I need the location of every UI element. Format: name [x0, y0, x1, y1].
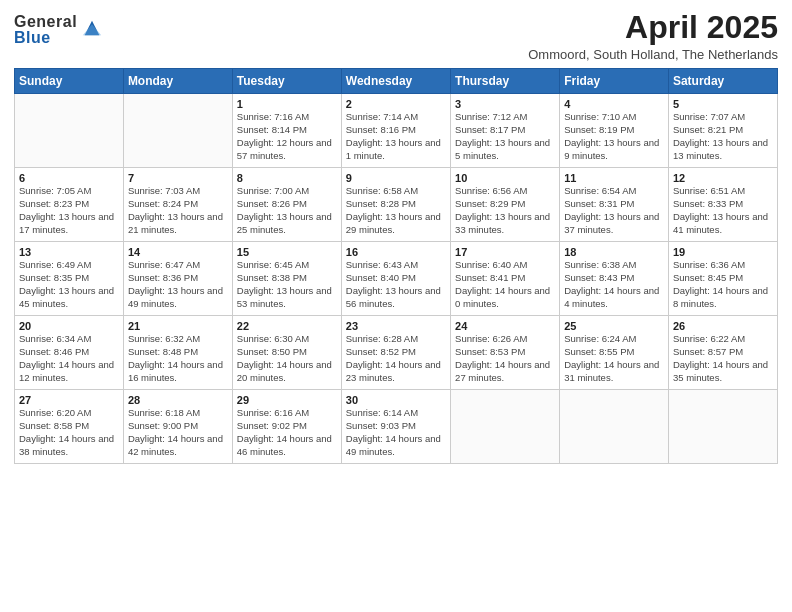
- calendar-cell: 25Sunrise: 6:24 AMSunset: 8:55 PMDayligh…: [560, 316, 669, 390]
- day-number: 6: [19, 172, 119, 184]
- day-info: Sunrise: 7:12 AMSunset: 8:17 PMDaylight:…: [455, 111, 555, 162]
- calendar-cell: 4Sunrise: 7:10 AMSunset: 8:19 PMDaylight…: [560, 94, 669, 168]
- day-info: Sunrise: 6:16 AMSunset: 9:02 PMDaylight:…: [237, 407, 337, 458]
- calendar-cell: 17Sunrise: 6:40 AMSunset: 8:41 PMDayligh…: [451, 242, 560, 316]
- calendar-cell: 9Sunrise: 6:58 AMSunset: 8:28 PMDaylight…: [341, 168, 450, 242]
- day-number: 19: [673, 246, 773, 258]
- day-number: 4: [564, 98, 664, 110]
- calendar-cell: [560, 390, 669, 464]
- logo-text: General Blue: [14, 14, 77, 46]
- day-info: Sunrise: 6:14 AMSunset: 9:03 PMDaylight:…: [346, 407, 446, 458]
- day-info: Sunrise: 6:18 AMSunset: 9:00 PMDaylight:…: [128, 407, 228, 458]
- day-number: 7: [128, 172, 228, 184]
- calendar-cell: 18Sunrise: 6:38 AMSunset: 8:43 PMDayligh…: [560, 242, 669, 316]
- calendar-cell: 28Sunrise: 6:18 AMSunset: 9:00 PMDayligh…: [123, 390, 232, 464]
- day-info: Sunrise: 6:36 AMSunset: 8:45 PMDaylight:…: [673, 259, 773, 310]
- calendar-header-sunday: Sunday: [15, 69, 124, 94]
- day-number: 8: [237, 172, 337, 184]
- day-info: Sunrise: 7:16 AMSunset: 8:14 PMDaylight:…: [237, 111, 337, 162]
- day-number: 24: [455, 320, 555, 332]
- day-number: 17: [455, 246, 555, 258]
- calendar-cell: 15Sunrise: 6:45 AMSunset: 8:38 PMDayligh…: [232, 242, 341, 316]
- header: General Blue April 2025 Ommoord, South H…: [14, 10, 778, 62]
- day-info: Sunrise: 6:24 AMSunset: 8:55 PMDaylight:…: [564, 333, 664, 384]
- day-info: Sunrise: 6:56 AMSunset: 8:29 PMDaylight:…: [455, 185, 555, 236]
- day-info: Sunrise: 6:45 AMSunset: 8:38 PMDaylight:…: [237, 259, 337, 310]
- calendar-cell: [15, 94, 124, 168]
- calendar-cell: [451, 390, 560, 464]
- main-title: April 2025: [528, 10, 778, 45]
- day-number: 28: [128, 394, 228, 406]
- calendar-cell: 27Sunrise: 6:20 AMSunset: 8:58 PMDayligh…: [15, 390, 124, 464]
- day-number: 18: [564, 246, 664, 258]
- logo-general: General: [14, 14, 77, 30]
- calendar-header-row: SundayMondayTuesdayWednesdayThursdayFrid…: [15, 69, 778, 94]
- subtitle: Ommoord, South Holland, The Netherlands: [528, 47, 778, 62]
- day-info: Sunrise: 6:26 AMSunset: 8:53 PMDaylight:…: [455, 333, 555, 384]
- day-number: 27: [19, 394, 119, 406]
- day-number: 3: [455, 98, 555, 110]
- day-number: 11: [564, 172, 664, 184]
- day-number: 21: [128, 320, 228, 332]
- calendar-cell: 20Sunrise: 6:34 AMSunset: 8:46 PMDayligh…: [15, 316, 124, 390]
- day-info: Sunrise: 7:07 AMSunset: 8:21 PMDaylight:…: [673, 111, 773, 162]
- day-number: 1: [237, 98, 337, 110]
- day-info: Sunrise: 6:34 AMSunset: 8:46 PMDaylight:…: [19, 333, 119, 384]
- day-info: Sunrise: 6:43 AMSunset: 8:40 PMDaylight:…: [346, 259, 446, 310]
- calendar-cell: 30Sunrise: 6:14 AMSunset: 9:03 PMDayligh…: [341, 390, 450, 464]
- day-number: 14: [128, 246, 228, 258]
- day-number: 22: [237, 320, 337, 332]
- calendar-cell: 10Sunrise: 6:56 AMSunset: 8:29 PMDayligh…: [451, 168, 560, 242]
- day-number: 26: [673, 320, 773, 332]
- calendar-cell: [123, 94, 232, 168]
- day-number: 23: [346, 320, 446, 332]
- calendar-week-4: 20Sunrise: 6:34 AMSunset: 8:46 PMDayligh…: [15, 316, 778, 390]
- day-info: Sunrise: 6:28 AMSunset: 8:52 PMDaylight:…: [346, 333, 446, 384]
- calendar-header-saturday: Saturday: [668, 69, 777, 94]
- calendar-cell: 23Sunrise: 6:28 AMSunset: 8:52 PMDayligh…: [341, 316, 450, 390]
- title-block: April 2025 Ommoord, South Holland, The N…: [528, 10, 778, 62]
- day-info: Sunrise: 6:30 AMSunset: 8:50 PMDaylight:…: [237, 333, 337, 384]
- day-info: Sunrise: 6:22 AMSunset: 8:57 PMDaylight:…: [673, 333, 773, 384]
- logo-icon: [81, 17, 103, 39]
- day-number: 12: [673, 172, 773, 184]
- calendar-cell: 1Sunrise: 7:16 AMSunset: 8:14 PMDaylight…: [232, 94, 341, 168]
- calendar-header-tuesday: Tuesday: [232, 69, 341, 94]
- logo: General Blue: [14, 14, 103, 46]
- day-info: Sunrise: 7:03 AMSunset: 8:24 PMDaylight:…: [128, 185, 228, 236]
- calendar-header-friday: Friday: [560, 69, 669, 94]
- day-info: Sunrise: 6:20 AMSunset: 8:58 PMDaylight:…: [19, 407, 119, 458]
- day-number: 30: [346, 394, 446, 406]
- day-info: Sunrise: 6:32 AMSunset: 8:48 PMDaylight:…: [128, 333, 228, 384]
- day-info: Sunrise: 6:49 AMSunset: 8:35 PMDaylight:…: [19, 259, 119, 310]
- calendar-cell: 7Sunrise: 7:03 AMSunset: 8:24 PMDaylight…: [123, 168, 232, 242]
- day-info: Sunrise: 7:05 AMSunset: 8:23 PMDaylight:…: [19, 185, 119, 236]
- calendar-table: SundayMondayTuesdayWednesdayThursdayFrid…: [14, 68, 778, 464]
- calendar-cell: 11Sunrise: 6:54 AMSunset: 8:31 PMDayligh…: [560, 168, 669, 242]
- calendar-cell: 26Sunrise: 6:22 AMSunset: 8:57 PMDayligh…: [668, 316, 777, 390]
- calendar-cell: 5Sunrise: 7:07 AMSunset: 8:21 PMDaylight…: [668, 94, 777, 168]
- calendar-cell: 13Sunrise: 6:49 AMSunset: 8:35 PMDayligh…: [15, 242, 124, 316]
- calendar-cell: 24Sunrise: 6:26 AMSunset: 8:53 PMDayligh…: [451, 316, 560, 390]
- page: General Blue April 2025 Ommoord, South H…: [0, 0, 792, 612]
- calendar-cell: 12Sunrise: 6:51 AMSunset: 8:33 PMDayligh…: [668, 168, 777, 242]
- day-number: 5: [673, 98, 773, 110]
- calendar-week-3: 13Sunrise: 6:49 AMSunset: 8:35 PMDayligh…: [15, 242, 778, 316]
- calendar-header-wednesday: Wednesday: [341, 69, 450, 94]
- calendar-header-monday: Monday: [123, 69, 232, 94]
- calendar-cell: 8Sunrise: 7:00 AMSunset: 8:26 PMDaylight…: [232, 168, 341, 242]
- calendar-cell: 22Sunrise: 6:30 AMSunset: 8:50 PMDayligh…: [232, 316, 341, 390]
- day-info: Sunrise: 7:00 AMSunset: 8:26 PMDaylight:…: [237, 185, 337, 236]
- day-info: Sunrise: 6:58 AMSunset: 8:28 PMDaylight:…: [346, 185, 446, 236]
- logo-blue: Blue: [14, 30, 77, 46]
- day-info: Sunrise: 6:38 AMSunset: 8:43 PMDaylight:…: [564, 259, 664, 310]
- day-info: Sunrise: 6:47 AMSunset: 8:36 PMDaylight:…: [128, 259, 228, 310]
- day-info: Sunrise: 6:54 AMSunset: 8:31 PMDaylight:…: [564, 185, 664, 236]
- day-number: 9: [346, 172, 446, 184]
- calendar-cell: 19Sunrise: 6:36 AMSunset: 8:45 PMDayligh…: [668, 242, 777, 316]
- day-info: Sunrise: 6:51 AMSunset: 8:33 PMDaylight:…: [673, 185, 773, 236]
- calendar-cell: 21Sunrise: 6:32 AMSunset: 8:48 PMDayligh…: [123, 316, 232, 390]
- calendar-week-1: 1Sunrise: 7:16 AMSunset: 8:14 PMDaylight…: [15, 94, 778, 168]
- day-info: Sunrise: 7:14 AMSunset: 8:16 PMDaylight:…: [346, 111, 446, 162]
- calendar-cell: 29Sunrise: 6:16 AMSunset: 9:02 PMDayligh…: [232, 390, 341, 464]
